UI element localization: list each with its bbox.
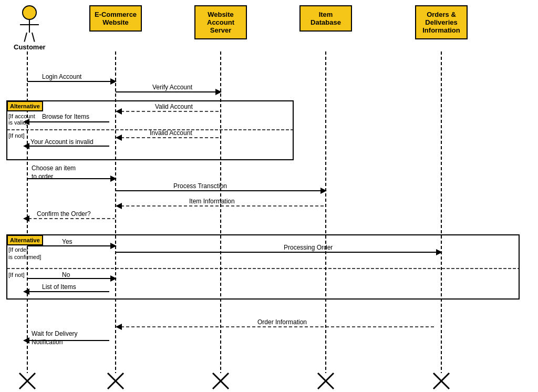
lifeline-orders: Orders &DeliveriesInformation [415, 5, 468, 39]
fragment2-label: Alternative [7, 235, 43, 245]
svg-marker-38 [116, 324, 122, 330]
lifeline-itemdb: ItemDatabase [299, 5, 352, 32]
msg-item-info: Item Information [189, 198, 235, 205]
msg-list: List of Items [42, 283, 76, 291]
lifeline-account: WebsiteAccountServer [194, 5, 247, 39]
msg-wait: Wait for DeliveryNotification [32, 330, 78, 346]
msg-invalid: Invalid Account [150, 129, 192, 137]
msg-order-info: Order Information [257, 318, 307, 326]
svg-marker-20 [23, 143, 29, 149]
svg-marker-18 [116, 135, 122, 141]
msg-no: No [62, 271, 70, 278]
svg-marker-32 [436, 249, 442, 255]
msg-verify: Verify Account [152, 84, 192, 91]
svg-marker-22 [110, 176, 117, 182]
svg-marker-40 [23, 337, 29, 344]
svg-marker-26 [116, 203, 122, 209]
msg-process: Process Transction [173, 182, 227, 190]
fragment1-condition1: [If accountis valid] [8, 113, 35, 126]
actor-head [22, 5, 37, 20]
fragment2-condition1: [If orderis confirmed] [8, 246, 41, 261]
svg-marker-28 [23, 215, 29, 222]
svg-marker-34 [110, 275, 117, 282]
msg-choose: Choose an itemto order [32, 164, 76, 181]
msg-processing: Processing Order [284, 244, 333, 251]
diagram-svg [0, 0, 538, 392]
msg-acct-invalid: Your Account is invalid [30, 138, 94, 146]
msg-valid: Valid Account [155, 103, 193, 110]
customer-label: Customer [14, 43, 46, 51]
fragment1-label: Alternative [7, 101, 43, 111]
msg-browse: Browse for Items [42, 113, 89, 120]
fragment2-condition2: [If not] [8, 272, 25, 278]
svg-marker-36 [23, 288, 29, 295]
svg-marker-14 [116, 108, 122, 115]
msg-yes: Yes [62, 238, 73, 245]
lifeline-ecommerce: E-Commerce Website [89, 5, 142, 32]
msg-confirm: Confirm the Order? [37, 210, 91, 218]
diagram-container: Customer E-Commerce Website WebsiteAccou… [0, 0, 538, 392]
msg-login: Login Account [42, 73, 81, 80]
svg-rect-7 [7, 235, 519, 299]
fragment1-condition2: [If not] [8, 132, 25, 139]
actor-customer: Customer [14, 5, 46, 51]
